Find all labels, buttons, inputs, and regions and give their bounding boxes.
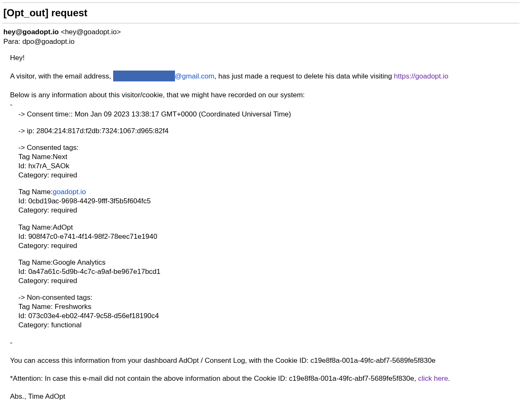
details-block: -> Consent time:: Mon Jan 09 2023 13:38:… — [10, 110, 519, 330]
to-address: dpo@goadopt.io — [22, 38, 74, 46]
ip-line: -> ip: 2804:214:817d:f2db:7324:1067:d965… — [18, 127, 519, 136]
divider-mid — [3, 23, 519, 23]
tag-name: Tag Name:goadopt.io — [18, 187, 519, 197]
tag-id: Id: 0a47a61c-5d9b-4c7c-a9af-be967e17bcd1 — [18, 267, 519, 276]
consented-header: -> Consented tags: — [18, 143, 519, 152]
from-line: hey@goadopt.io <hey@goadopt.io> — [3, 28, 519, 37]
tag-category: Category: functional — [18, 321, 519, 330]
tag-id: Id: 0cbd19ac-9698-4429-9fff-3f5b5f604fc5 — [18, 197, 519, 206]
dash-top: - — [10, 100, 519, 110]
below-line: Below is any information about this visi… — [10, 91, 519, 100]
from-name: hey@goadopt.io — [3, 28, 59, 36]
tag-id: Id: 073c03e4-eb02-4f47-9c58-d56ef18190c4 — [18, 311, 519, 321]
attention-suffix: . — [448, 374, 450, 382]
consent-time: -> Consent time:: Mon Jan 09 2023 13:38:… — [18, 110, 519, 119]
tag-category: Category: required — [18, 276, 519, 286]
tag-id: Id: 908f47c0-e741-4f14-98f2-78eec71e1940 — [18, 232, 519, 241]
dashboard-line: You can access this information from you… — [10, 356, 519, 366]
signoff: Abs., Time AdOpt — [10, 392, 519, 402]
visitor-mid: , has just made a request to delete his … — [214, 72, 394, 80]
tag-category: Category: required — [18, 171, 519, 180]
tag-name-link[interactable]: goadopt.io — [53, 188, 86, 196]
redacted-block — [113, 71, 175, 81]
divider-top — [3, 3, 519, 3]
tag-name: Tag Name: Freshworks — [18, 302, 519, 311]
attention-line: *Attention: In case this e-mail did not … — [10, 374, 519, 384]
tag-name: Tag Name:AdOpt — [18, 223, 519, 232]
greeting: Hey! — [10, 53, 519, 63]
tag-category: Category: required — [18, 241, 519, 250]
from-address: <hey@goadopt.io> — [61, 28, 121, 36]
tag-category: Category: required — [18, 206, 519, 215]
email-header: hey@goadopt.io <hey@goadopt.io> Para: dp… — [3, 28, 519, 47]
tag-name: Tag Name:Google Analytics — [18, 258, 519, 267]
nonconsented-header: -> Non-consented tags: — [18, 293, 519, 302]
tag-id: Id: hx7rA_SAOk — [18, 162, 519, 171]
attention-prefix: *Attention: In case this e-mail did not … — [10, 374, 418, 382]
visitor-line: A visitor, with the email address, @gmai… — [10, 71, 519, 82]
visitor-email-link[interactable]: @gmail.com — [175, 72, 215, 80]
site-link[interactable]: https://goadopt.io — [394, 72, 448, 80]
tag-name: Tag Name:Next — [18, 152, 519, 162]
visitor-prefix: A visitor, with the email address, — [10, 72, 113, 80]
email-body: Hey! A visitor, with the email address, … — [3, 47, 519, 402]
email-subject: [Opt_out] request — [3, 5, 519, 23]
email-frame: [Opt_out] request hey@goadopt.io <hey@go… — [3, 3, 519, 402]
click-here-link[interactable]: click here — [418, 374, 448, 382]
to-label: Para: — [3, 38, 20, 46]
to-line: Para: dpo@goadopt.io — [3, 37, 519, 47]
dash-bottom: - — [10, 338, 519, 348]
